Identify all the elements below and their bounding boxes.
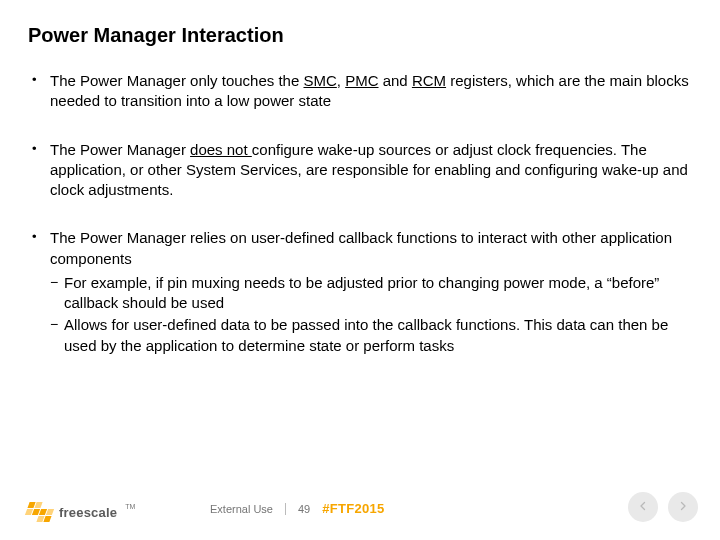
- bullet-1-underline-rcm: RCM: [412, 72, 446, 89]
- sub-bullet-list: For example, if pin muxing needs to be a…: [50, 273, 692, 356]
- slide-title: Power Manager Interaction: [28, 24, 692, 47]
- slide: Power Manager Interaction The Power Mana…: [0, 0, 720, 540]
- bullet-3: The Power Manager relies on user-defined…: [32, 228, 692, 356]
- bullet-1-text-c: and: [379, 72, 412, 89]
- footer: freescale TM External Use 49 #FTF2015: [0, 482, 720, 522]
- brand-logo: freescale TM: [26, 502, 133, 522]
- prev-button[interactable]: [628, 492, 658, 522]
- bullet-1-text-b: ,: [337, 72, 345, 89]
- next-button[interactable]: [668, 492, 698, 522]
- external-use-label: External Use: [210, 503, 273, 515]
- bullet-1-underline-smc: SMC: [303, 72, 336, 89]
- sub-bullet-2: Allows for user-defined data to be passe…: [50, 315, 692, 356]
- bullet-2: The Power Manager does not configure wak…: [32, 140, 692, 201]
- bullet-list: The Power Manager only touches the SMC, …: [32, 71, 692, 356]
- freescale-logo-icon: [22, 502, 56, 522]
- chevron-left-icon: [637, 498, 649, 516]
- brand-name: freescale: [59, 505, 117, 520]
- bullet-1: The Power Manager only touches the SMC, …: [32, 71, 692, 112]
- bullet-1-underline-pmc: PMC: [345, 72, 378, 89]
- bullet-1-text-a: The Power Manager only touches the: [50, 72, 303, 89]
- trademark-symbol: TM: [125, 503, 135, 510]
- chevron-right-icon: [677, 498, 689, 516]
- footer-divider: [285, 503, 286, 515]
- page-number: 49: [298, 503, 310, 515]
- sub-bullet-1: For example, if pin muxing needs to be a…: [50, 273, 692, 314]
- bullet-2-text-a: The Power Manager: [50, 141, 190, 158]
- bullet-2-underline-doesnot: does not: [190, 141, 252, 158]
- nav-controls: [628, 492, 698, 522]
- bullet-3-text: The Power Manager relies on user-defined…: [50, 229, 672, 266]
- footer-meta: External Use 49 #FTF2015: [210, 501, 385, 516]
- hashtag: #FTF2015: [322, 501, 384, 516]
